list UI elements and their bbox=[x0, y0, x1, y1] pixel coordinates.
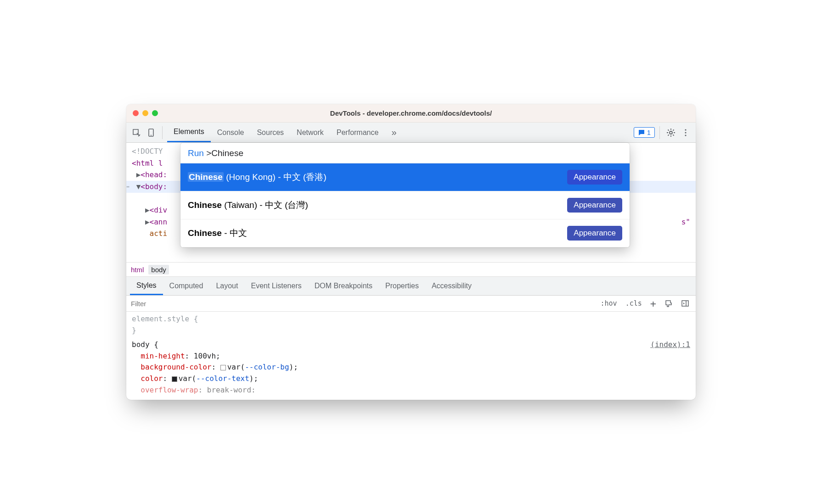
command-result-item[interactable]: Chinese (Taiwan) - 中文 (台灣) Appearance bbox=[180, 191, 630, 219]
issues-count: 1 bbox=[647, 129, 651, 136]
category-badge: Appearance bbox=[567, 226, 622, 241]
styles-tabs: Styles Computed Layout Event Listeners D… bbox=[126, 277, 696, 295]
ann-tag[interactable]: <ann bbox=[150, 218, 168, 226]
elements-panel: <!DOCTY <html l ▶<head: ⋯ ▼<body: ▶<div … bbox=[126, 143, 696, 262]
expand-triangle-icon[interactable]: ▶ bbox=[136, 170, 141, 179]
color-swatch-icon[interactable] bbox=[220, 365, 226, 370]
svg-rect-1 bbox=[151, 135, 152, 135]
category-badge: Appearance bbox=[567, 170, 622, 185]
div-tag[interactable]: <div bbox=[150, 206, 168, 214]
ellipsis-icon[interactable]: ⋯ bbox=[126, 181, 129, 193]
paint-icon[interactable] bbox=[663, 298, 675, 308]
devtools-window: DevTools - developer.chrome.com/docs/dev… bbox=[126, 104, 696, 400]
hov-toggle[interactable]: :hov bbox=[599, 298, 619, 308]
cls-toggle[interactable]: .cls bbox=[624, 298, 644, 308]
styles-filter-input[interactable] bbox=[131, 300, 594, 308]
command-results: Chinese (Hong Kong) - 中文 (香港) Appearance… bbox=[180, 163, 630, 247]
css-rule[interactable]: background-color: var(--color-bg); bbox=[132, 362, 690, 373]
expand-triangle-icon[interactable]: ▶ bbox=[145, 218, 150, 226]
breadcrumb-item[interactable]: html bbox=[131, 266, 144, 274]
issues-badge[interactable]: 1 bbox=[634, 127, 655, 138]
kebab-menu-icon[interactable] bbox=[679, 126, 692, 139]
styles-filter-row: :hov .cls + bbox=[126, 295, 696, 312]
window-title: DevTools - developer.chrome.com/docs/dev… bbox=[126, 109, 696, 117]
body-selector[interactable]: body { bbox=[132, 340, 158, 349]
command-menu: Run >Chinese Chinese (Hong Kong) - 中文 (香… bbox=[180, 143, 630, 247]
doctype-line: <!DOCTY bbox=[132, 147, 163, 156]
settings-gear-icon[interactable] bbox=[664, 126, 677, 139]
new-style-rule-icon[interactable]: + bbox=[648, 297, 658, 310]
toggle-sidebar-icon[interactable] bbox=[679, 298, 691, 308]
titlebar: DevTools - developer.chrome.com/docs/dev… bbox=[126, 104, 696, 123]
styles-pane[interactable]: element.style { } (index):1 body { min-h… bbox=[126, 312, 696, 400]
tab-styles[interactable]: Styles bbox=[130, 277, 163, 295]
head-tag[interactable]: <head: bbox=[141, 170, 167, 179]
device-toggle-icon[interactable] bbox=[145, 126, 158, 139]
tab-event-listeners[interactable]: Event Listeners bbox=[244, 277, 308, 295]
html-tag[interactable]: <html l bbox=[132, 159, 163, 168]
tab-computed[interactable]: Computed bbox=[163, 277, 210, 295]
tab-network[interactable]: Network bbox=[290, 123, 330, 142]
svg-point-3 bbox=[685, 129, 686, 130]
tab-performance[interactable]: Performance bbox=[330, 123, 385, 142]
expand-triangle-icon[interactable]: ▶ bbox=[145, 206, 150, 214]
toolbar-separator bbox=[162, 126, 163, 139]
command-result-item[interactable]: Chinese (Hong Kong) - 中文 (香港) Appearance bbox=[180, 163, 630, 191]
svg-point-4 bbox=[685, 132, 686, 133]
close-window-icon[interactable] bbox=[133, 110, 139, 116]
command-input-row[interactable]: Run >Chinese bbox=[180, 143, 630, 163]
css-rule[interactable]: color: var(--color-text); bbox=[132, 373, 690, 385]
devtools-toolbar: Elements Console Sources Network Perform… bbox=[126, 123, 696, 143]
command-query: Chinese bbox=[211, 148, 243, 158]
tab-sources[interactable]: Sources bbox=[250, 123, 290, 142]
tab-elements[interactable]: Elements bbox=[167, 123, 211, 142]
svg-point-5 bbox=[685, 134, 686, 136]
css-rule[interactable]: min-height: 100vh; bbox=[132, 351, 690, 362]
svg-point-2 bbox=[670, 131, 672, 134]
inspect-icon[interactable] bbox=[130, 126, 143, 139]
css-rule[interactable]: overflow-wrap: break-word: bbox=[132, 385, 690, 396]
run-label: Run bbox=[188, 148, 204, 158]
tab-console[interactable]: Console bbox=[211, 123, 251, 142]
issues-icon bbox=[638, 129, 645, 136]
category-badge: Appearance bbox=[567, 198, 622, 213]
svg-rect-6 bbox=[682, 301, 688, 306]
attr-fragment: acti bbox=[150, 229, 168, 238]
tab-accessibility[interactable]: Accessibility bbox=[425, 277, 478, 295]
breadcrumb-item[interactable]: body bbox=[148, 265, 169, 274]
color-swatch-icon[interactable] bbox=[172, 376, 177, 382]
more-tabs-button[interactable]: » bbox=[385, 123, 403, 142]
source-link[interactable]: (index):1 bbox=[650, 339, 690, 351]
minimize-window-icon[interactable] bbox=[142, 110, 148, 116]
tab-layout[interactable]: Layout bbox=[209, 277, 244, 295]
toolbar-separator bbox=[659, 126, 660, 139]
window-controls[interactable] bbox=[133, 110, 158, 116]
command-result-item[interactable]: Chinese - 中文 Appearance bbox=[180, 219, 630, 247]
element-style-selector[interactable]: element.style { bbox=[132, 314, 690, 325]
tab-dom-breakpoints[interactable]: DOM Breakpoints bbox=[308, 277, 379, 295]
fullscreen-window-icon[interactable] bbox=[152, 110, 158, 116]
collapse-triangle-icon[interactable]: ▼ bbox=[136, 182, 141, 191]
breadcrumb: html body bbox=[126, 262, 696, 277]
panel-tabs: Elements Console Sources Network Perform… bbox=[167, 123, 403, 142]
rule-close: } bbox=[132, 325, 690, 336]
tab-properties[interactable]: Properties bbox=[379, 277, 425, 295]
attr-fragment: s" bbox=[681, 216, 690, 228]
